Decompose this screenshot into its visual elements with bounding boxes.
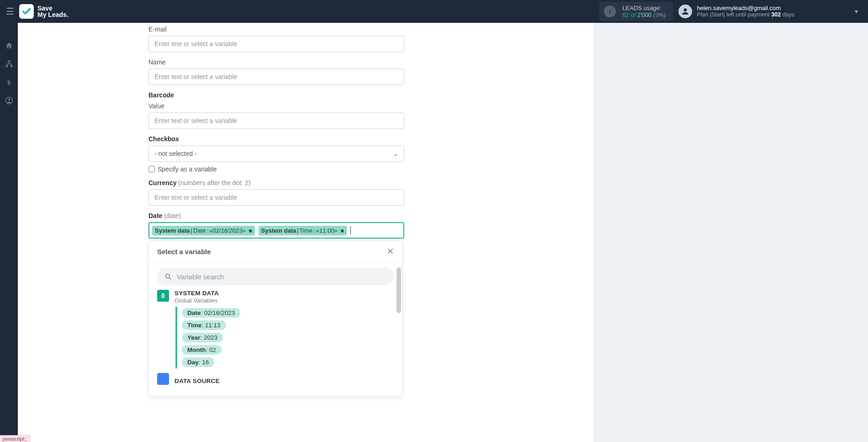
checkbox-heading: Checkbox — [148, 135, 404, 143]
dropdown-body: 0 SYSTEM DATA Global Variables Date: 02/… — [149, 290, 402, 396]
remove-tag-icon[interactable] — [249, 227, 252, 234]
name-label: Name — [148, 59, 404, 66]
logo-text: Save My Leads. — [37, 5, 69, 18]
specify-variable-label: Specify as a variable — [158, 165, 217, 173]
group-badge — [157, 373, 169, 385]
svg-line-8 — [169, 277, 171, 279]
variable-search-input[interactable] — [177, 273, 386, 281]
variable-option[interactable]: Day: 16 — [182, 357, 214, 367]
info-icon: i — [604, 5, 616, 17]
sidebar-home[interactable] — [0, 37, 18, 55]
logo-mark — [19, 4, 34, 19]
topbar: ☰ Save My Leads. i LEADS usage: 62 — [0, 0, 868, 23]
variable-option[interactable]: Date: 02/16/2023 — [182, 308, 240, 318]
sidebar-billing[interactable]: $ — [0, 73, 18, 91]
text-cursor — [350, 226, 351, 234]
value-label: Value — [148, 102, 404, 110]
currency-input[interactable] — [148, 189, 404, 206]
date-input[interactable]: System data | Date: «02/16/2023» System … — [148, 222, 404, 239]
account-plan: Plan |Start| left until payment 302 days — [697, 11, 794, 18]
svg-point-0 — [684, 8, 687, 11]
usage-widget[interactable]: i LEADS usage: 62 of 2'000 (3%) — [599, 2, 673, 21]
group-subtitle: Global Variables — [175, 297, 394, 304]
svg-point-6 — [8, 99, 10, 101]
sidebar: $ — [0, 23, 18, 442]
sidebar-connections[interactable] — [0, 55, 18, 73]
name-input[interactable] — [148, 69, 404, 85]
usage-label: LEADS usage: — [622, 5, 666, 11]
group-badge: 0 — [157, 290, 169, 302]
variable-option[interactable]: Month: 02 — [182, 345, 222, 355]
close-icon[interactable]: ✕ — [387, 246, 394, 256]
dollar-icon: $ — [5, 79, 13, 86]
avatar — [678, 5, 692, 18]
variable-option[interactable]: Year: 2023 — [182, 333, 223, 342]
dropdown-title: Select a variable — [157, 248, 211, 256]
svg-text:$: $ — [7, 79, 11, 86]
user-circle-icon — [5, 96, 13, 105]
variable-tag: System data | Date: «02/16/2023» — [152, 226, 255, 235]
variable-group: 0 SYSTEM DATA Global Variables Date: 02/… — [157, 290, 394, 368]
svg-point-7 — [166, 274, 170, 278]
chevron-down-icon[interactable]: ▾ — [800, 8, 858, 15]
account-menu[interactable]: helen.savemyleads@gmail.com Plan |Start|… — [678, 5, 794, 19]
usage-values: 62 of 2'000 (3%) — [622, 11, 666, 18]
specify-variable-row[interactable]: Specify as a variable — [148, 165, 404, 173]
home-icon — [5, 42, 13, 50]
search-icon — [164, 273, 172, 281]
variable-search[interactable] — [157, 268, 394, 285]
svg-rect-3 — [11, 65, 13, 67]
variable-tag: System data | Time: «11:00» — [259, 226, 347, 235]
variable-dropdown: Select a variable ✕ 0 SYSTEM DATA — [148, 240, 402, 396]
form-panel: E-mail Name Barcode Value Checkbox — [18, 23, 593, 442]
variable-group: DATA SOURCE — [157, 373, 394, 385]
group-title: SYSTEM DATA — [175, 290, 394, 297]
specify-variable-checkbox[interactable] — [148, 166, 155, 172]
currency-label: Currency (numbers after the dot: 2) — [148, 179, 404, 186]
account-email: helen.savemyleads@gmail.com — [697, 5, 794, 12]
logo[interactable]: Save My Leads. — [19, 4, 69, 19]
chevron-down-icon: ⌄ — [393, 150, 398, 157]
variable-option[interactable]: Time: 11:13 — [182, 320, 226, 330]
date-label: Date (date) — [148, 212, 404, 219]
email-label: E-mail — [148, 26, 404, 33]
remove-tag-icon[interactable] — [340, 227, 344, 234]
svg-rect-1 — [8, 61, 10, 63]
svg-rect-2 — [5, 65, 8, 67]
checkbox-select-value: - not selected - — [154, 150, 197, 157]
sidebar-account[interactable] — [0, 91, 18, 110]
check-icon — [21, 6, 32, 16]
barcode-heading: Barcode — [148, 91, 404, 99]
status-bar: javascript:; — [0, 435, 30, 442]
user-icon — [681, 7, 690, 16]
group-title: DATA SOURCE — [175, 378, 394, 384]
email-input[interactable] — [148, 36, 404, 52]
checkbox-select[interactable]: - not selected - ⌄ — [148, 145, 404, 162]
menu-toggle-icon[interactable]: ☰ — [4, 5, 16, 18]
sitemap-icon — [5, 60, 13, 68]
value-input[interactable] — [148, 112, 404, 129]
main: E-mail Name Barcode Value Checkbox — [18, 23, 868, 442]
